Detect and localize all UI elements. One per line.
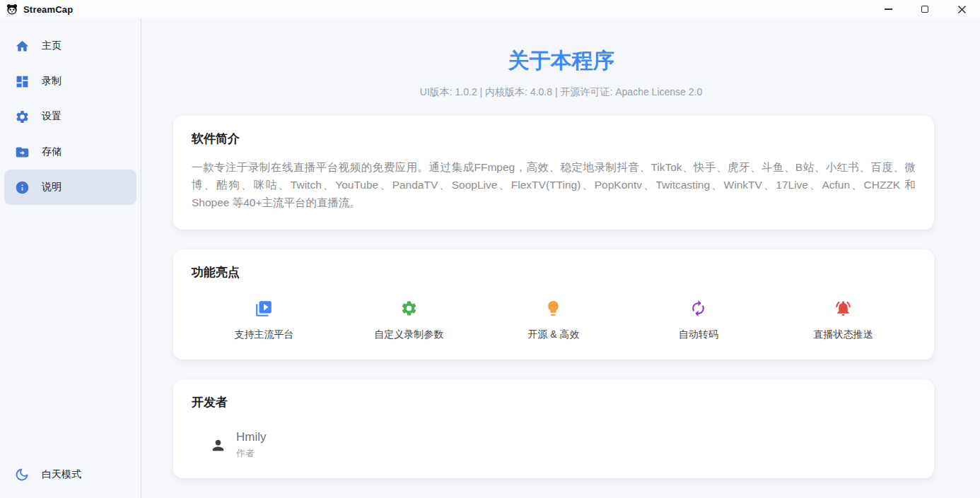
app-window: StreamCap 主页 [0, 0, 980, 498]
close-button[interactable] [943, 0, 980, 18]
person-icon [210, 437, 226, 453]
developers-heading: 开发者 [192, 395, 916, 410]
sidebar-item-home[interactable]: 主页 [4, 28, 136, 64]
sidebar-item-label: 存储 [42, 146, 62, 158]
maximize-button[interactable] [906, 0, 943, 18]
maximize-icon [921, 6, 928, 13]
close-icon [957, 5, 967, 14]
app-title: StreamCap [23, 4, 73, 15]
lightbulb-icon [544, 299, 562, 318]
sidebar-item-label: 设置 [42, 110, 62, 123]
feature-platforms: 支持主流平台 [192, 299, 337, 341]
feature-transcode: 自动转码 [626, 299, 771, 341]
sidebar-item-record[interactable]: 录制 [4, 64, 136, 99]
sidebar-item-storage[interactable]: 存储 [4, 134, 136, 170]
intro-card: 软件简介 一款专注于录制在线直播平台视频的免费应用。通过集成FFmpeg，高效、… [173, 116, 934, 230]
sync-icon [689, 299, 707, 318]
window-controls [870, 0, 980, 18]
sidebar-item-label: 主页 [42, 40, 62, 52]
moon-icon [14, 468, 30, 482]
feature-label: 直播状态推送 [814, 328, 873, 341]
sidebar-item-label: 说明 [42, 181, 62, 194]
feature-label: 支持主流平台 [234, 328, 293, 341]
feature-open-source: 开源 & 高效 [482, 299, 626, 341]
about-page: 关于本程序 UI版本: 1.0.2 | 内核版本: 4.0.8 | 开源许可证:… [142, 18, 980, 498]
developers-card: 开发者 Hmily 作者 [173, 379, 934, 478]
dashboard-icon [14, 74, 30, 89]
theme-toggle-label: 白天模式 [42, 468, 81, 481]
info-icon [14, 180, 30, 195]
folder-arrow-icon [14, 145, 30, 160]
feature-live-status-push: 直播状态推送 [771, 299, 916, 341]
version-info: UI版本: 1.0.2 | 内核版本: 4.0.8 | 开源许可证: Apach… [142, 86, 980, 99]
developer-name: Hmily [236, 430, 267, 444]
bell-icon [834, 299, 852, 318]
developer-role: 作者 [236, 447, 267, 460]
sidebar-item-about[interactable]: 说明 [4, 170, 136, 205]
gear-icon [400, 299, 418, 318]
sidebar: 主页 录制 设置 [0, 18, 141, 498]
minimize-button[interactable] [870, 0, 906, 18]
developer-item[interactable]: Hmily 作者 [192, 430, 916, 460]
feature-label: 开源 & 高效 [527, 328, 579, 341]
developer-info: Hmily 作者 [236, 430, 267, 460]
feature-label: 自动转码 [679, 328, 718, 341]
features-card: 功能亮点 支持主流平台 [173, 249, 934, 360]
intro-heading: 软件简介 [192, 131, 916, 147]
gear-icon [14, 109, 30, 124]
sidebar-item-settings[interactable]: 设置 [4, 99, 136, 134]
video-library-icon [255, 299, 273, 318]
features-heading: 功能亮点 [192, 265, 916, 280]
cards-container: 软件简介 一款专注于录制在线直播平台视频的免费应用。通过集成FFmpeg，高效、… [173, 116, 934, 478]
sidebar-item-label: 录制 [42, 75, 62, 88]
home-icon [14, 39, 30, 54]
titlebar: StreamCap [0, 0, 980, 18]
feature-custom-params: 自定义录制参数 [337, 299, 482, 341]
app-logo-panda-icon [6, 3, 18, 16]
feature-label: 自定义录制参数 [374, 328, 443, 341]
features-row: 支持主流平台 自定义录制参数 [192, 299, 916, 341]
page-title: 关于本程序 [142, 47, 980, 76]
theme-toggle[interactable]: 白天模式 [4, 457, 145, 492]
minimize-icon [885, 8, 892, 10]
intro-body: 一款专注于录制在线直播平台视频的免费应用。通过集成FFmpeg，高效、稳定地录制… [192, 158, 916, 211]
